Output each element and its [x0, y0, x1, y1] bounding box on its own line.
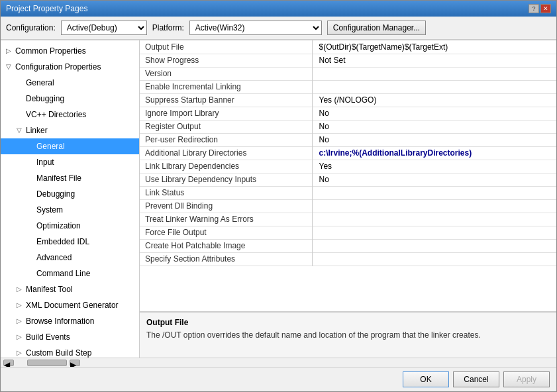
prop-name: Use Library Dependency Inputs: [140, 173, 312, 186]
tree-label-custom-build: Custom Build Step: [25, 347, 91, 358]
tree-toggle-xml-doc[interactable]: ▷: [14, 299, 25, 311]
platform-select[interactable]: Active(Win32): [189, 21, 322, 35]
prop-name: Force File Output: [140, 226, 312, 239]
close-button[interactable]: ✕: [540, 4, 551, 13]
tree-toggle-linker[interactable]: ▽: [14, 124, 25, 136]
config-manager-button[interactable]: Configuration Manager...: [327, 21, 426, 35]
prop-name: Additional Library Directories: [140, 146, 312, 160]
description-text: The /OUT option overrides the default na…: [146, 330, 550, 341]
tree-label-linker-manifest: Manifest File: [35, 172, 81, 184]
prop-name: Version: [140, 67, 312, 80]
tree-item-vcpp[interactable]: VC++ Directories: [1, 107, 139, 122]
scroll-right-btn[interactable]: ▶: [70, 360, 80, 366]
tree-item-linker-general[interactable]: General: [1, 138, 139, 154]
description-panel: Output File The /OUT option overrides th…: [140, 311, 556, 358]
ok-button[interactable]: OK: [403, 371, 449, 387]
prop-name: Treat Linker Warning As Errors: [140, 213, 312, 226]
prop-value: [312, 67, 556, 80]
table-row[interactable]: Output File$(OutDir)$(TargetName)$(Targe…: [140, 40, 556, 54]
tree-item-custom-build[interactable]: ▷Custom Build Step: [1, 345, 139, 358]
prop-name: Show Progress: [140, 54, 312, 67]
prop-value: [312, 226, 556, 239]
table-row[interactable]: Create Hot Patchable Image: [140, 239, 556, 252]
tree-toggle-config[interactable]: ▽: [3, 61, 14, 73]
prop-name: Per-user Redirection: [140, 133, 312, 146]
table-row[interactable]: Link Library DependenciesYes: [140, 160, 556, 173]
table-row[interactable]: Enable Incremental Linking: [140, 80, 556, 93]
table-row[interactable]: Version: [140, 67, 556, 80]
tree-item-linker-input[interactable]: Input: [1, 154, 139, 170]
tree-label-general: General: [25, 77, 54, 89]
prop-value: [312, 186, 556, 199]
prop-value: [312, 213, 556, 226]
properties-table-wrapper: Output File$(OutDir)$(TargetName)$(Targe…: [140, 40, 556, 311]
table-row[interactable]: Use Library Dependency InputsNo: [140, 173, 556, 186]
prop-name: Suppress Startup Banner: [140, 93, 312, 107]
prop-value: No: [312, 107, 556, 120]
tree-item-linker-debug[interactable]: Debugging: [1, 186, 139, 202]
tree-item-general[interactable]: General: [1, 75, 139, 91]
tree-item-linker-opt[interactable]: Optimization: [1, 218, 139, 234]
tree-label-common: Common Properties: [14, 45, 86, 57]
prop-name: Specify Section Attributes: [140, 252, 312, 266]
tree-label-debugging: Debugging: [25, 93, 64, 105]
scroll-left-btn[interactable]: ◀: [3, 360, 14, 366]
config-select[interactable]: Active(Debug): [61, 21, 147, 35]
tree-toggle-common[interactable]: ▷: [3, 45, 14, 57]
tree-item-config[interactable]: ▽Configuration Properties: [1, 59, 139, 75]
tree-toggle-manifest-tool[interactable]: ▷: [14, 283, 25, 295]
cancel-button[interactable]: Cancel: [453, 371, 499, 387]
help-button[interactable]: ?: [529, 4, 539, 13]
tree-item-browse-info[interactable]: ▷Browse Information: [1, 313, 139, 329]
prop-value: $(OutDir)$(TargetName)$(TargetExt): [312, 40, 556, 54]
tree-item-debugging[interactable]: Debugging: [1, 91, 139, 107]
table-row[interactable]: Register OutputNo: [140, 120, 556, 133]
prop-value: No: [312, 120, 556, 133]
prop-value: Not Set: [312, 54, 556, 67]
tree-panel: ▷Common Properties▽Configuration Propert…: [1, 40, 140, 358]
tree-item-linker-advanced[interactable]: Advanced: [1, 250, 139, 266]
tree-item-linker-system[interactable]: System: [1, 202, 139, 218]
tree-label-xml-doc: XML Document Generator: [25, 299, 119, 311]
tree-toggle-custom-build[interactable]: ▷: [14, 347, 25, 358]
table-row[interactable]: Per-user RedirectionNo: [140, 133, 556, 146]
dialog-title: Project Property Pages: [6, 4, 87, 13]
table-row[interactable]: Link Status: [140, 186, 556, 199]
table-row[interactable]: Force File Output: [140, 226, 556, 239]
scroll-thumb[interactable]: [27, 360, 67, 366]
prop-name: Register Output: [140, 120, 312, 133]
tree-item-build-events[interactable]: ▷Build Events: [1, 329, 139, 345]
tree-item-xml-doc[interactable]: ▷XML Document Generator: [1, 297, 139, 313]
prop-value: Yes: [312, 160, 556, 173]
table-row[interactable]: Ignore Import LibraryNo: [140, 107, 556, 120]
tree-item-linker[interactable]: ▽Linker: [1, 122, 139, 138]
tree-item-linker-cmdline[interactable]: Command Line: [1, 266, 139, 281]
table-row[interactable]: Suppress Startup BannerYes (/NOLOGO): [140, 93, 556, 107]
apply-button[interactable]: Apply: [503, 371, 550, 387]
tree-item-manifest-tool[interactable]: ▷Manifest Tool: [1, 281, 139, 297]
prop-name: Ignore Import Library: [140, 107, 312, 120]
tree-label-linker-advanced: Advanced: [35, 252, 72, 264]
table-row[interactable]: Treat Linker Warning As Errors: [140, 213, 556, 226]
horizontal-scrollbar[interactable]: ◀ ▶: [1, 358, 556, 367]
table-row[interactable]: Specify Section Attributes: [140, 252, 556, 266]
tree-label-vcpp: VC++ Directories: [25, 109, 86, 121]
table-row[interactable]: Prevent Dll Binding: [140, 199, 556, 213]
properties-table: Output File$(OutDir)$(TargetName)$(Targe…: [140, 40, 556, 266]
tree-label-linker-cmdline: Command Line: [35, 268, 90, 279]
tree-item-linker-embedded[interactable]: Embedded IDL: [1, 234, 139, 250]
toolbar-row: Configuration: Active(Debug) Platform: A…: [1, 17, 556, 40]
right-panel: Output File$(OutDir)$(TargetName)$(Targe…: [140, 40, 556, 358]
prop-name: Output File: [140, 40, 312, 54]
prop-value: [312, 80, 556, 93]
table-row[interactable]: Show ProgressNot Set: [140, 54, 556, 67]
table-row[interactable]: Additional Library Directoriesc:\Irvine;…: [140, 146, 556, 160]
tree-item-common[interactable]: ▷Common Properties: [1, 43, 139, 59]
main-content: ▷Common Properties▽Configuration Propert…: [1, 40, 556, 358]
description-title: Output File: [146, 318, 550, 327]
tree-item-linker-manifest[interactable]: Manifest File: [1, 170, 139, 186]
tree-toggle-browse-info[interactable]: ▷: [14, 315, 25, 327]
tree-toggle-build-events[interactable]: ▷: [14, 331, 25, 343]
tree-label-linker-opt: Optimization: [35, 220, 81, 232]
tree-label-browse-info: Browse Information: [25, 315, 94, 327]
